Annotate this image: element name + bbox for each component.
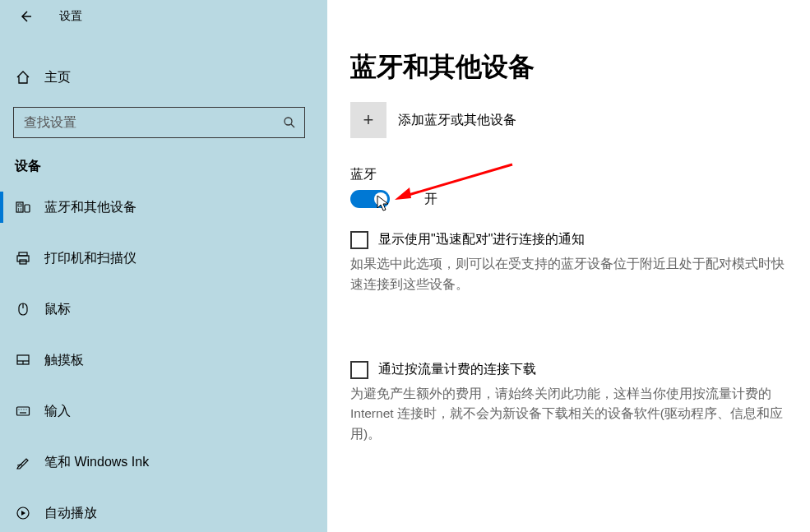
nav-item-2[interactable]: 鼠标 — [0, 284, 327, 335]
printer-icon — [15, 251, 31, 266]
plus-icon: + — [363, 109, 374, 131]
keyboard-icon — [15, 404, 31, 419]
nav-list: 蓝牙和其他设备打印机和扫描仪鼠标触摸板输入笔和 Windows Ink自动播放 — [0, 182, 327, 532]
svg-marker-27 — [395, 187, 411, 200]
bluetooth-toggle-row: 开 — [350, 190, 787, 208]
home-label: 主页 — [44, 69, 71, 86]
quick-pair-label: 显示使用"迅速配对"进行连接的通知 — [378, 231, 585, 248]
quick-pair-description: 如果选中此选项，则可以在受支持的蓝牙设备位于附近且处于配对模式时快速连接到这些设… — [350, 254, 787, 295]
svg-point-22 — [25, 409, 26, 409]
svg-marker-25 — [21, 511, 25, 516]
settings-sidebar: 设置 主页 设备 蓝牙和其他设备打印机和扫描仪鼠标触摸板输入笔和 Windows… — [0, 0, 327, 532]
page-title: 蓝牙和其他设备 — [350, 49, 787, 86]
add-device-label: 添加蓝牙或其他设备 — [398, 112, 516, 129]
metered-description: 为避免产生额外的费用，请始终关闭此功能，这样当你使用按流量计费的 Interne… — [350, 384, 787, 445]
search-icon — [283, 116, 296, 129]
svg-point-19 — [18, 409, 19, 409]
svg-point-7 — [18, 210, 19, 210]
nav-item-label: 鼠标 — [44, 301, 71, 318]
nav-item-label: 触摸板 — [44, 352, 84, 369]
nav-item-1[interactable]: 打印机和扫描仪 — [0, 233, 327, 284]
svg-point-8 — [21, 210, 21, 210]
content-area: 蓝牙和其他设备 + 添加蓝牙或其他设备 蓝牙 开 显示使用"迅速配对"进行连接的… — [327, 0, 810, 532]
bluetooth-devices-icon — [15, 200, 31, 215]
search-input[interactable] — [22, 114, 283, 131]
svg-rect-18 — [17, 407, 30, 415]
app-title: 设置 — [59, 9, 82, 24]
nav-item-label: 自动播放 — [44, 505, 97, 522]
nav-item-4[interactable]: 输入 — [0, 386, 327, 437]
nav-item-label: 笔和 Windows Ink — [44, 454, 149, 471]
svg-line-26 — [403, 164, 512, 197]
svg-point-1 — [285, 118, 292, 125]
svg-point-20 — [21, 409, 21, 409]
search-box[interactable] — [13, 107, 305, 138]
quick-pair-checkbox-row: 显示使用"迅速配对"进行连接的通知 — [350, 231, 787, 249]
nav-item-label: 打印机和扫描仪 — [44, 250, 137, 267]
nav-item-5[interactable]: 笔和 Windows Ink — [0, 437, 327, 488]
nav-item-0[interactable]: 蓝牙和其他设备 — [0, 182, 327, 233]
section-header: 设备 — [15, 158, 327, 175]
svg-line-2 — [291, 124, 294, 127]
add-device-button[interactable]: + — [350, 102, 386, 138]
svg-rect-11 — [17, 256, 29, 261]
nav-item-3[interactable]: 触摸板 — [0, 335, 327, 386]
metered-checkbox-row: 通过按流量计费的连接下载 — [350, 361, 787, 379]
add-device-row[interactable]: + 添加蓝牙或其他设备 — [350, 102, 787, 138]
quick-pair-checkbox[interactable] — [350, 231, 368, 249]
search-wrap — [13, 107, 314, 138]
touchpad-icon — [15, 353, 31, 368]
svg-rect-10 — [19, 252, 27, 256]
annotation-arrow-icon — [393, 162, 516, 203]
svg-rect-9 — [25, 205, 30, 212]
metered-block: 通过按流量计费的连接下载 为避免产生额外的费用，请始终关闭此功能，这样当你使用按… — [350, 361, 787, 445]
cursor-icon — [377, 195, 391, 213]
metered-checkbox[interactable] — [350, 361, 368, 379]
home-nav-item[interactable]: 主页 — [0, 61, 327, 94]
svg-point-6 — [21, 208, 21, 209]
nav-item-label: 输入 — [44, 403, 71, 420]
home-icon — [15, 70, 31, 85]
nav-item-6[interactable]: 自动播放 — [0, 488, 327, 532]
mouse-icon — [15, 302, 31, 317]
svg-rect-4 — [18, 204, 21, 206]
nav-item-label: 蓝牙和其他设备 — [44, 199, 137, 216]
titlebar: 设置 — [0, 0, 327, 33]
pen-icon — [15, 455, 31, 470]
svg-point-21 — [23, 409, 24, 409]
back-button[interactable] — [13, 4, 38, 29]
back-arrow-icon — [19, 10, 32, 23]
metered-label: 通过按流量计费的连接下载 — [378, 361, 536, 378]
svg-point-5 — [18, 208, 19, 209]
autoplay-icon — [15, 506, 31, 520]
